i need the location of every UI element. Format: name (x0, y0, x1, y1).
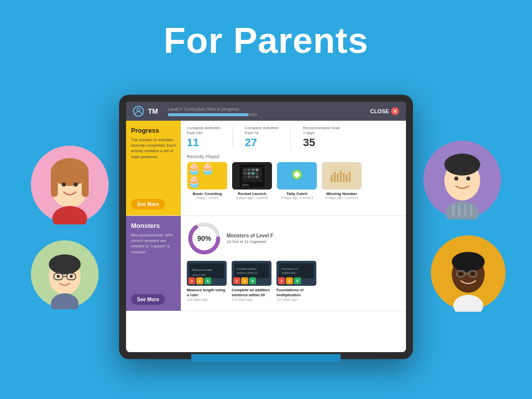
svg-text:Measure length: Measure length (192, 268, 212, 271)
tablet-stand (191, 354, 341, 362)
svg-rect-14 (256, 176, 259, 178)
badge-3-b: 3 (233, 277, 240, 284)
screen-content: Progress The number of activities recent… (126, 121, 406, 352)
page-title: For Parents (0, 0, 532, 61)
svg-rect-25 (343, 173, 345, 182)
monsters-captured-count: 10 Out of 11 Captured (227, 239, 266, 244)
game-name-rocket: Rocket Launch (238, 192, 266, 197)
games-grid: 🧁🧁🧁 Basic Counting Today / Level2 (187, 162, 400, 200)
svg-text:multiplication: multiplication (281, 271, 296, 274)
monster-thumb-1: Measure length using a ruler 3 2 5 (187, 261, 227, 286)
monster-game-name-2: Complete an addition sentence within 20 (232, 288, 272, 298)
svg-rect-7 (244, 172, 247, 175)
svg-rect-6 (256, 169, 259, 171)
recently-played-label: Recently Played (187, 154, 400, 159)
svg-point-53 (49, 254, 81, 274)
badge-5-b: 5 (249, 277, 256, 284)
svg-rect-22 (334, 172, 336, 182)
monster-thumb-3: Foundations of multiplication 3 2 5 (276, 261, 316, 286)
badge-2-c: 2 (286, 277, 293, 284)
game-meta-missing: 3 days ago / Level14 (326, 196, 358, 200)
stat-7d-label: Complete ActivitiesPast 7d (245, 126, 279, 136)
monsters-info: Monsters of Level F 10 Out of 11 Capture… (227, 233, 273, 244)
svg-point-72 (452, 252, 485, 272)
svg-rect-40 (279, 263, 314, 278)
badge-2: 2 (196, 277, 203, 284)
svg-rect-5 (252, 169, 255, 171)
svg-rect-24 (340, 171, 342, 182)
monster-game-3[interactable]: Foundations of multiplication 3 2 5 Foun… (276, 261, 317, 301)
monster-game-name-3: Foundations of multiplication (276, 288, 317, 298)
game-item-missing[interactable]: ○ ○ ○ ○ ○ ○ ○ Missing Number 3 days ago … (321, 162, 362, 200)
svg-rect-26 (346, 174, 348, 182)
progress-see-more-button[interactable]: See More (131, 199, 165, 209)
monster-game-1[interactable]: Measure length using a ruler 3 2 5 Measu… (187, 261, 228, 301)
svg-rect-11 (244, 176, 247, 178)
avatar-woman (30, 145, 110, 224)
game-thumb-rocket: $999 (232, 162, 272, 190)
svg-rect-68 (464, 204, 466, 216)
badge-5-c: 5 (294, 277, 301, 284)
donut-chart: 90% (187, 221, 222, 256)
tablet-screen: TM Level F Curriculum 90% in progress CL… (126, 102, 406, 352)
svg-rect-12 (248, 176, 251, 178)
user-initials: TM (148, 107, 158, 115)
monsters-section: Monsters Mini-assessments; 80% correct a… (126, 216, 406, 311)
user-icon (133, 106, 144, 117)
badge-3: 3 (188, 277, 195, 284)
game-thumb-tally (277, 162, 317, 190)
svg-point-48 (62, 183, 66, 187)
game-name-tally: Tally Catch (286, 192, 307, 197)
game-meta-tally: 3 days ago / Level13 (281, 196, 313, 200)
svg-point-0 (137, 108, 140, 111)
game-name-missing: Missing Number (326, 192, 357, 197)
badge-2-b: 2 (241, 277, 248, 284)
badge-row-1: 3 2 5 (188, 277, 211, 284)
close-button[interactable]: CLOSE ✕ (370, 107, 399, 115)
avatar-teen (430, 234, 507, 312)
avatar-boy (30, 239, 100, 309)
avatar-man (422, 140, 502, 219)
svg-point-57 (57, 275, 60, 278)
badge-row-2: 3 2 5 (233, 277, 256, 284)
progress-bar-fill (168, 113, 249, 116)
svg-point-62 (444, 154, 480, 176)
screen-header: TM Level F Curriculum 90% in progress CL… (126, 102, 406, 121)
stat-24h-label: Complete ActivitiesPast 24h (187, 126, 221, 136)
monster-game-meta-3: 114 days ago (276, 298, 317, 301)
svg-point-58 (70, 275, 73, 278)
svg-text:$999: $999 (242, 184, 249, 187)
monsters-sidebar: Monsters Mini-assessments; 80% correct a… (126, 216, 181, 311)
svg-point-76 (459, 272, 462, 275)
svg-rect-23 (337, 174, 339, 182)
monster-game-meta-2: 114 days ago (232, 298, 272, 301)
svg-rect-69 (470, 204, 472, 216)
monsters-desc: Mini-assessments; 80% correct answers ar… (131, 232, 176, 255)
stat-goal-label: Recommended Goal7 days (303, 126, 339, 136)
svg-rect-9 (252, 172, 255, 175)
stat-7d: Complete ActivitiesPast 7d 27 (245, 126, 279, 149)
monster-game-name-1: Measure length using a ruler (187, 288, 228, 298)
game-item-tally[interactable]: Tally Catch 3 days ago / Level13 (276, 162, 317, 200)
svg-rect-10 (256, 172, 259, 175)
close-x-icon: ✕ (391, 107, 399, 115)
monsters-see-more-button[interactable]: See More (131, 294, 165, 305)
svg-rect-67 (458, 204, 460, 216)
monsters-title: Monsters (131, 222, 176, 229)
progress-sidebar: Progress The number of activities recent… (126, 121, 181, 215)
progress-main: Complete ActivitiesPast 24h 11 Complete … (181, 121, 406, 215)
svg-rect-46 (51, 172, 58, 197)
svg-text:Complete addition: Complete addition (237, 267, 257, 270)
game-item-counting[interactable]: 🧁🧁🧁 Basic Counting Today / Level2 (187, 162, 228, 200)
game-item-rocket[interactable]: $999 Rocket Launch 3 days ago / Level16 (232, 162, 272, 200)
badge-row-3: 3 2 5 (278, 277, 301, 284)
monster-game-2[interactable]: Complete addition sentence within 20 3 2… (232, 261, 272, 301)
game-thumb-missing: ○ ○ ○ ○ ○ ○ ○ (322, 162, 362, 190)
svg-point-63 (454, 177, 458, 181)
svg-text:○ ○ ○ ○ ○ ○ ○: ○ ○ ○ ○ ○ ○ ○ (331, 168, 345, 171)
tablet-frame: TM Level F Curriculum 90% in progress CL… (119, 95, 413, 359)
stat-goal-value: 35 (303, 136, 339, 149)
progress-desc: The number of activities recently comple… (131, 137, 176, 160)
stat-24h-value: 11 (187, 136, 221, 149)
progress-label: Level F Curriculum 90% in progress (168, 107, 258, 112)
